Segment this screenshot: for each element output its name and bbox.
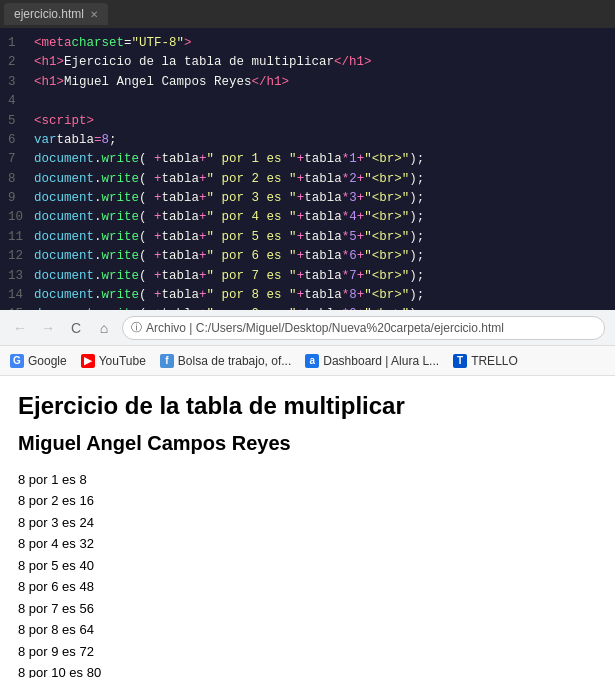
forward-button[interactable]: → bbox=[38, 320, 58, 336]
multiplication-result: 8 por 3 es 24 bbox=[18, 512, 597, 533]
page-subtitle: Miguel Angel Campos Reyes bbox=[18, 432, 597, 455]
code-line: 3<h1>Miguel Angel Campos Reyes</h1> bbox=[8, 73, 607, 92]
bookmark-google[interactable]: GGoogle bbox=[10, 354, 67, 368]
bookmark-label: Dashboard | Alura L... bbox=[323, 354, 439, 368]
bookmark-icon-0: G bbox=[10, 354, 24, 368]
multiplication-result: 8 por 1 es 8 bbox=[18, 469, 597, 490]
reload-button[interactable]: C bbox=[66, 320, 86, 336]
code-line: 5<script> bbox=[8, 112, 607, 131]
code-line: 15 document.write( + tabla + " por 9 es … bbox=[8, 305, 607, 310]
code-line: 12 document.write( + tabla + " por 6 es … bbox=[8, 247, 607, 266]
bookmark-label: YouTube bbox=[99, 354, 146, 368]
multiplication-result: 8 por 7 es 56 bbox=[18, 598, 597, 619]
browser-nav-bar: ← → C ⌂ ⓘ Archivo | C:/Users/Miguel/Desk… bbox=[0, 310, 615, 346]
info-icon: ⓘ bbox=[131, 320, 142, 335]
bookmark-label: Bolsa de trabajo, of... bbox=[178, 354, 291, 368]
address-label: Archivo | C:/Users/Miguel/Desktop/Nueva%… bbox=[146, 321, 504, 335]
multiplication-result: 8 por 8 es 64 bbox=[18, 619, 597, 640]
code-line: 10 document.write( + tabla + " por 4 es … bbox=[8, 208, 607, 227]
code-lines: 1<meta charset="UTF-8">2<h1>Ejercicio de… bbox=[0, 28, 615, 310]
bookmark-label: TRELLO bbox=[471, 354, 518, 368]
bookmark-youtube[interactable]: ▶YouTube bbox=[81, 354, 146, 368]
bookmark-icon-2: f bbox=[160, 354, 174, 368]
code-line: 1<meta charset="UTF-8"> bbox=[8, 34, 607, 53]
address-bar[interactable]: ⓘ Archivo | C:/Users/Miguel/Desktop/Nuev… bbox=[122, 316, 605, 340]
bookmark-dashboard-|-alura-l...[interactable]: aDashboard | Alura L... bbox=[305, 354, 439, 368]
bookmark-icon-3: a bbox=[305, 354, 319, 368]
bookmark-trello[interactable]: TTRELLO bbox=[453, 354, 518, 368]
bookmarks-bar: GGoogle▶YouTubefBolsa de trabajo, of...a… bbox=[0, 346, 615, 376]
multiplication-result: 8 por 9 es 72 bbox=[18, 641, 597, 662]
multiplication-list: 8 por 1 es 88 por 2 es 168 por 3 es 248 … bbox=[18, 469, 597, 678]
multiplication-result: 8 por 6 es 48 bbox=[18, 576, 597, 597]
code-line: 7 document.write( + tabla + " por 1 es "… bbox=[8, 150, 607, 169]
editor-tab[interactable]: ejercicio.html ✕ bbox=[4, 3, 108, 25]
multiplication-result: 8 por 4 es 32 bbox=[18, 533, 597, 554]
code-line: 4 bbox=[8, 92, 607, 111]
tab-label: ejercicio.html bbox=[14, 7, 84, 21]
multiplication-result: 8 por 5 es 40 bbox=[18, 555, 597, 576]
bookmark-icon-4: T bbox=[453, 354, 467, 368]
multiplication-result: 8 por 10 es 80 bbox=[18, 662, 597, 678]
page-title: Ejercicio de la tabla de multiplicar bbox=[18, 392, 597, 420]
code-line: 9 document.write( + tabla + " por 3 es "… bbox=[8, 189, 607, 208]
close-tab-icon[interactable]: ✕ bbox=[90, 9, 98, 20]
code-line: 13 document.write( + tabla + " por 7 es … bbox=[8, 267, 607, 286]
bookmark-label: Google bbox=[28, 354, 67, 368]
tab-bar: ejercicio.html ✕ bbox=[0, 0, 615, 28]
bookmark-icon-1: ▶ bbox=[81, 354, 95, 368]
code-line: 11 document.write( + tabla + " por 5 es … bbox=[8, 228, 607, 247]
home-button[interactable]: ⌂ bbox=[94, 320, 114, 336]
back-button[interactable]: ← bbox=[10, 320, 30, 336]
code-line: 6 var tabla = 8; bbox=[8, 131, 607, 150]
bookmark-bolsa-de-trabajo,-of...[interactable]: fBolsa de trabajo, of... bbox=[160, 354, 291, 368]
code-editor: ejercicio.html ✕ 1<meta charset="UTF-8">… bbox=[0, 0, 615, 310]
code-line: 8 document.write( + tabla + " por 2 es "… bbox=[8, 170, 607, 189]
multiplication-result: 8 por 2 es 16 bbox=[18, 490, 597, 511]
code-line: 2<h1>Ejercicio de la tabla de multiplica… bbox=[8, 53, 607, 72]
code-line: 14 document.write( + tabla + " por 8 es … bbox=[8, 286, 607, 305]
page-content: Ejercicio de la tabla de multiplicar Mig… bbox=[0, 376, 615, 678]
